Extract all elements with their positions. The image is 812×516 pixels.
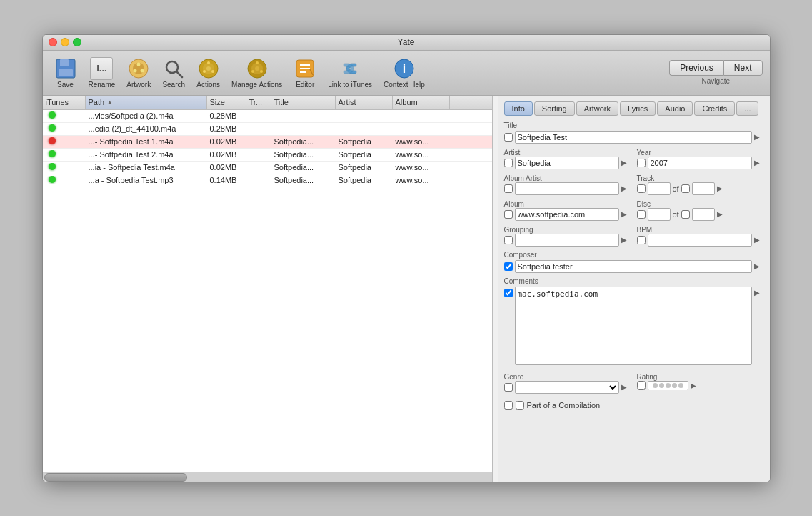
artwork-button[interactable]: Artwork bbox=[122, 55, 155, 91]
genre-checkbox[interactable] bbox=[504, 383, 513, 392]
comments-field-row: Comments mac.softpedia.com ▶ bbox=[504, 277, 764, 365]
genre-select[interactable] bbox=[515, 381, 619, 394]
file-list[interactable]: ...vies/Softpedia (2).m4a 0.28MB ...edia… bbox=[43, 110, 492, 472]
nav-buttons: Previous Next bbox=[669, 60, 762, 76]
maximize-button[interactable] bbox=[73, 38, 81, 46]
artist-input[interactable] bbox=[515, 157, 619, 169]
disc-of-input[interactable] bbox=[692, 208, 715, 221]
col-header-path[interactable]: Path ▲ bbox=[86, 96, 207, 109]
size-cell: 0.14MB bbox=[207, 176, 246, 184]
rating-field: Rating ▶ bbox=[637, 372, 764, 398]
disc-arrow[interactable]: ▶ bbox=[717, 210, 727, 218]
size-cell: 0.02MB bbox=[207, 137, 246, 146]
manage-actions-button[interactable]: Manage Actions bbox=[227, 55, 286, 91]
bpm-input[interactable] bbox=[648, 234, 752, 247]
track-of-input[interactable] bbox=[692, 182, 715, 195]
col-header-artist[interactable]: Artist bbox=[336, 96, 393, 109]
title-input[interactable] bbox=[515, 131, 752, 144]
track-input[interactable] bbox=[648, 182, 671, 195]
album-artist-arrow[interactable]: ▶ bbox=[621, 184, 631, 192]
file-row[interactable]: ...ia - Softpedia Test.m4a 0.02MB Softpe… bbox=[43, 162, 492, 174]
svg-point-18 bbox=[256, 61, 259, 64]
year-input[interactable] bbox=[648, 157, 752, 169]
grouping-input[interactable] bbox=[515, 234, 619, 247]
year-checkbox[interactable] bbox=[637, 159, 646, 167]
col-header-tr[interactable]: Tr... bbox=[246, 96, 271, 109]
context-help-button[interactable]: i Context Help bbox=[379, 55, 429, 91]
grouping-checkbox[interactable] bbox=[504, 236, 513, 244]
artist-checkbox[interactable] bbox=[504, 159, 513, 167]
genre-field: Genre ▶ bbox=[504, 372, 631, 398]
actions-icon bbox=[197, 57, 220, 80]
minimize-button[interactable] bbox=[61, 38, 69, 46]
genre-arrow[interactable]: ▶ bbox=[621, 383, 631, 391]
album-artist-checkbox[interactable] bbox=[504, 184, 513, 193]
album-cell: www.so... bbox=[393, 163, 450, 172]
link-itunes-button[interactable]: Link to iTunes bbox=[324, 55, 376, 91]
title-arrow[interactable]: ▶ bbox=[754, 133, 764, 141]
search-button[interactable]: Search bbox=[158, 55, 189, 91]
actions-button[interactable]: Actions bbox=[192, 55, 224, 91]
file-row[interactable]: ...edia (2)_dt_44100.m4a 0.28MB bbox=[43, 123, 492, 136]
itunes-cell bbox=[43, 176, 86, 184]
album-input[interactable] bbox=[515, 208, 619, 221]
col-header-album[interactable]: Album bbox=[393, 96, 450, 109]
svg-point-6 bbox=[141, 69, 144, 72]
tab-info[interactable]: Info bbox=[504, 101, 533, 116]
scrollbar-thumb[interactable] bbox=[44, 473, 187, 482]
track-arrow[interactable]: ▶ bbox=[717, 184, 727, 192]
year-arrow[interactable]: ▶ bbox=[754, 159, 764, 167]
col-header-size[interactable]: Size bbox=[207, 96, 246, 109]
tab-credits[interactable]: Credits bbox=[694, 101, 735, 116]
composer-arrow[interactable]: ▶ bbox=[754, 262, 764, 270]
bpm-arrow[interactable]: ▶ bbox=[754, 236, 764, 244]
composer-checkbox[interactable] bbox=[504, 262, 513, 271]
track-checkbox[interactable] bbox=[637, 184, 646, 193]
tab-sorting[interactable]: Sorting bbox=[534, 101, 575, 116]
traffic-lights bbox=[49, 38, 81, 46]
rating-dots[interactable] bbox=[648, 381, 688, 390]
album-artist-input[interactable] bbox=[515, 182, 619, 195]
file-row[interactable]: ...a - Softpedia Test.mp3 0.14MB Softped… bbox=[43, 174, 492, 187]
file-row[interactable]: ...- Softpedia Test 1.m4a 0.02MB Softped… bbox=[43, 136, 492, 149]
compilation-checkbox-1[interactable] bbox=[504, 401, 513, 410]
album-arrow[interactable]: ▶ bbox=[621, 210, 631, 218]
editor-button[interactable]: Editor bbox=[289, 55, 321, 91]
close-button[interactable] bbox=[49, 38, 57, 46]
comments-arrow[interactable]: ▶ bbox=[754, 289, 764, 297]
artist-input-row: ▶ bbox=[504, 157, 631, 169]
panel-divider[interactable] bbox=[493, 96, 498, 482]
bpm-checkbox[interactable] bbox=[637, 236, 646, 244]
grouping-arrow[interactable]: ▶ bbox=[621, 236, 631, 244]
tab-audio[interactable]: Audio bbox=[657, 101, 693, 116]
album-disc-row: Album ▶ Disc of ▶ bbox=[504, 199, 764, 221]
composer-input[interactable] bbox=[515, 260, 752, 273]
file-row[interactable]: ...- Softpedia Test 2.m4a 0.02MB Softped… bbox=[43, 149, 492, 162]
album-checkbox[interactable] bbox=[504, 210, 513, 219]
tab-artwork[interactable]: Artwork bbox=[576, 101, 618, 116]
track-of-checkbox[interactable] bbox=[681, 184, 690, 193]
artist-arrow[interactable]: ▶ bbox=[621, 159, 631, 167]
disc-of-checkbox[interactable] bbox=[681, 210, 690, 219]
previous-button[interactable]: Previous bbox=[669, 60, 723, 76]
rename-button[interactable]: I... Rename bbox=[84, 55, 120, 91]
track-label: Track bbox=[637, 174, 655, 182]
rating-arrow[interactable]: ▶ bbox=[691, 382, 701, 390]
col-header-itunes[interactable]: iTunes bbox=[43, 96, 86, 109]
next-button[interactable]: Next bbox=[723, 60, 763, 76]
comments-checkbox[interactable] bbox=[504, 289, 513, 297]
file-row[interactable]: ...vies/Softpedia (2).m4a 0.28MB bbox=[43, 110, 492, 123]
tab-more[interactable]: ... bbox=[736, 101, 758, 116]
comments-input-row: mac.softpedia.com ▶ bbox=[504, 287, 764, 365]
compilation-checkbox-2[interactable] bbox=[516, 401, 524, 410]
comments-textarea[interactable]: mac.softpedia.com bbox=[515, 287, 752, 365]
col-header-title[interactable]: Title bbox=[271, 96, 336, 109]
rating-checkbox[interactable] bbox=[637, 381, 646, 390]
disc-input[interactable] bbox=[648, 208, 671, 221]
tab-lyrics[interactable]: Lyrics bbox=[620, 101, 656, 116]
title-checkbox[interactable] bbox=[504, 133, 513, 142]
save-button[interactable]: Save bbox=[50, 55, 81, 91]
disc-checkbox[interactable] bbox=[637, 210, 646, 219]
scrollbar-track[interactable] bbox=[43, 472, 492, 482]
artist-cell: Softpedia bbox=[336, 176, 393, 184]
